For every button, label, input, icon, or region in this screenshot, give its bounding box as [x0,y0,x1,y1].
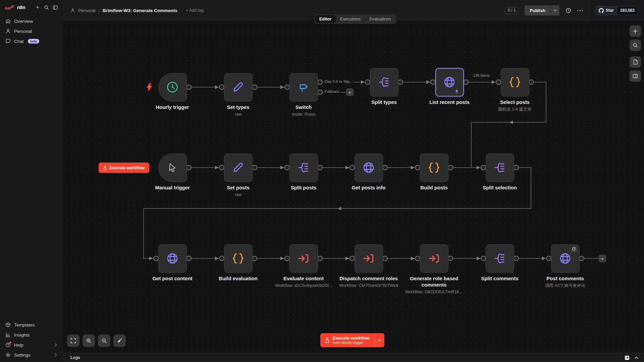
github-star-button[interactable]: Star 183,563 [595,6,638,15]
output-endpoint[interactable] [529,80,534,84]
sidebar-item-help[interactable]: Help [3,340,60,350]
node-split-selection[interactable] [486,154,514,182]
node-split-types[interactable] [370,68,398,97]
output-endpoint[interactable] [186,85,191,89]
zoom-in-button[interactable] [83,335,95,347]
input-endpoint[interactable] [546,256,551,261]
output-endpoint[interactable] [186,165,191,170]
node-get-post-content[interactable] [158,244,187,273]
output-endpoint[interactable] [252,165,257,170]
input-endpoint[interactable] [285,256,289,261]
input-endpoint[interactable] [365,80,370,84]
input-endpoint[interactable] [154,256,158,261]
node-evaluate-content[interactable] [289,244,318,273]
execute-options-button[interactable] [374,333,384,347]
tab-editor[interactable]: Editor [315,15,336,23]
node-get-posts-info[interactable] [355,154,383,182]
node-manual-trigger[interactable] [158,154,187,182]
breadcrumb-project[interactable]: Personal [78,8,95,13]
sidebar-item-templates[interactable]: Templates [3,320,60,330]
node-hourly-trigger[interactable] [158,73,187,102]
output-endpoint[interactable] [252,256,257,261]
add-note-button[interactable] [630,56,641,68]
output-endpoint[interactable] [464,80,468,84]
publish-options-button[interactable] [550,5,559,15]
input-endpoint[interactable] [496,80,501,84]
input-endpoint[interactable] [350,256,355,261]
github-star-segment[interactable]: Star [596,6,616,15]
execute-workflow-button[interactable]: Execute workflow from Hourly trigger [320,333,384,347]
node-list-recent-posts[interactable] [435,68,464,97]
node-generate-role-based-comments[interactable] [420,244,448,273]
output-endpoint[interactable] [186,256,191,261]
output-endpoint[interactable] [383,256,387,261]
output-endpoint[interactable] [514,165,519,170]
new-workflow-button[interactable]: + [34,4,41,11]
output-endpoint[interactable] [398,80,403,84]
input-endpoint[interactable] [481,256,486,261]
input-endpoint[interactable] [481,165,486,170]
input-endpoint[interactable] [481,165,486,170]
collapse-sidebar-icon[interactable] [51,4,59,11]
workflow-title[interactable]: Brimflow-W3: Generate Comments [103,8,177,13]
output-endpoint[interactable] [318,80,322,84]
evaluation-count-badge[interactable]: 0 / 1 [505,7,519,14]
output-endpoint[interactable] [252,85,257,89]
execute-workflow-pill[interactable]: Execute workflow [99,163,149,173]
canvas-search-button[interactable] [630,40,641,51]
add-node-button[interactable] [630,25,641,37]
workflow-history-button[interactable] [566,8,571,13]
input-endpoint[interactable] [415,165,420,170]
output-endpoint[interactable] [579,256,584,261]
input-endpoint[interactable] [285,85,289,89]
output-endpoint[interactable] [448,165,453,170]
output-endpoint[interactable] [318,90,322,95]
workflow-canvas[interactable]: Execute workflow Execute workflow from H… [63,21,644,353]
fit-view-button[interactable] [67,335,79,347]
tab-executions[interactable]: Executions [336,15,365,23]
tab-evaluations[interactable]: Evaluations [365,15,395,23]
input-endpoint[interactable] [431,80,435,84]
sidebar-item-overview[interactable]: Overview [3,16,60,26]
sidebar-item-chat[interactable]: Chatbeta [3,36,60,46]
sidebar-item-personal[interactable]: Personal [3,26,60,36]
github-star-count[interactable]: 183,563 [617,6,638,15]
node-set-posts[interactable] [224,154,253,182]
input-endpoint[interactable] [285,165,289,170]
input-endpoint[interactable] [219,256,224,261]
node-switch[interactable] [289,73,318,102]
node-split-posts[interactable] [289,154,318,182]
publish-button[interactable]: Publish [525,5,550,15]
tidy-up-button[interactable] [113,335,126,347]
node-post-comments[interactable] [551,244,580,273]
add-node-plus-button[interactable]: + [346,88,354,96]
output-endpoint[interactable] [318,256,322,261]
add-tag-button[interactable]: + Add tag [186,8,204,13]
input-endpoint[interactable] [350,165,355,170]
add-node-plus-button[interactable]: + [599,255,606,262]
open-logs-button[interactable] [625,355,630,360]
sidebar-item-insights[interactable]: Insights [3,330,60,340]
input-endpoint[interactable] [415,256,420,261]
node-split-comments[interactable] [486,244,514,273]
node-set-types[interactable] [224,73,253,102]
search-icon[interactable] [43,4,50,11]
logs-bar[interactable]: Logs [63,353,644,362]
execute-main[interactable]: Execute workflow from Hourly trigger [320,333,374,347]
collapse-logs-button[interactable] [634,356,639,359]
output-endpoint[interactable] [448,256,453,261]
node-dispatch-comment-roles[interactable] [355,244,383,273]
sidebar-item-settings[interactable]: Settings [3,350,60,360]
output-endpoint[interactable] [383,165,387,170]
node-build-evaluation[interactable] [224,244,253,273]
input-endpoint[interactable] [219,165,224,170]
output-endpoint[interactable] [318,165,322,170]
toggle-panel-button[interactable] [630,70,641,82]
node-build-posts[interactable] [420,154,448,182]
zoom-out-button[interactable] [98,335,110,347]
output-endpoint[interactable] [514,256,519,261]
n8n-logo[interactable]: n8n [5,5,25,10]
more-options-button[interactable] [577,10,583,11]
input-endpoint[interactable] [219,85,224,89]
node-select-posts[interactable] [501,68,529,97]
